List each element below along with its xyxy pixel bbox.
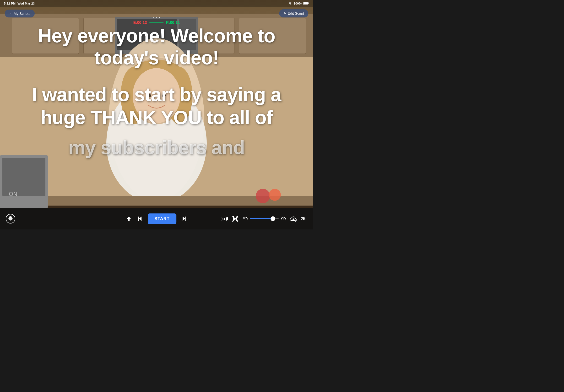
settings-button[interactable] — [6, 214, 15, 224]
back-button[interactable]: ← My Scripts — [5, 10, 35, 17]
status-time: 5:22 PM — [4, 2, 15, 5]
status-date: Wed Mar 23 — [17, 2, 35, 5]
control-left — [6, 214, 15, 224]
speed-slider[interactable] — [250, 218, 279, 219]
svg-rect-27 — [308, 3, 309, 4]
timers-row: E:00:13 R:00:11 — [133, 21, 180, 25]
control-bar: START — [0, 208, 313, 229]
script-line-2: I wanted to start by saying a huge THANK… — [10, 83, 303, 129]
camera-button[interactable] — [221, 216, 228, 222]
dots-menu[interactable]: • • • — [153, 15, 160, 19]
speed-fast-icon — [281, 216, 286, 222]
battery-percentage: 100% — [294, 2, 302, 5]
top-navigation: ← My Scripts • • • E:00:13 R:00:11 ✎ Edi… — [0, 7, 313, 20]
speed-slider-container — [242, 216, 286, 222]
svg-rect-26 — [303, 2, 308, 4]
speed-slow-icon — [242, 216, 248, 222]
status-right: 100% — [288, 1, 309, 5]
timer-progress-bar — [149, 22, 164, 23]
timer-area: • • • E:00:13 R:00:11 — [133, 13, 180, 27]
speed-number: 25 — [301, 216, 307, 221]
status-left: 5:22 PM Wed Mar 23 — [4, 2, 35, 5]
mirror-button[interactable] — [231, 215, 239, 222]
status-bar: 5:22 PM Wed Mar 23 100% — [0, 0, 313, 7]
svg-point-29 — [223, 218, 225, 220]
scroll-up-button[interactable] — [126, 216, 132, 222]
wifi-icon — [288, 1, 292, 5]
script-line-1: Hey everyone! Welcome to today's video! — [10, 25, 303, 69]
edit-script-button[interactable]: ✎ Edit Script — [279, 9, 308, 17]
next-button[interactable] — [181, 216, 187, 222]
battery-icon — [303, 1, 309, 5]
remaining-timer: R:00:11 — [166, 21, 180, 25]
prev-button[interactable] — [137, 216, 143, 222]
script-line-3: my subscribers and — [68, 136, 245, 159]
gear-icon — [8, 216, 13, 222]
elapsed-timer: E:00:13 — [133, 21, 147, 25]
control-center: START — [126, 213, 187, 224]
svg-rect-28 — [221, 217, 226, 221]
control-right: 25 — [221, 215, 307, 222]
start-button[interactable]: START — [148, 213, 176, 224]
teleprompter-overlay: Hey everyone! Welcome to today's video! … — [0, 20, 313, 208]
cloud-button[interactable] — [290, 216, 297, 222]
